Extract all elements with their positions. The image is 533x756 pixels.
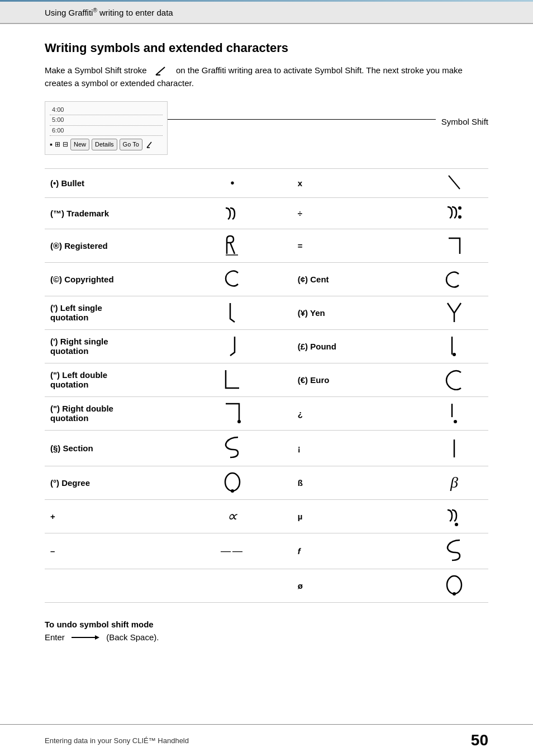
table-row: (') Left singlequotation (¥) Yen bbox=[45, 296, 488, 329]
top-bar-title: Using Graffiti® writing to enter data bbox=[45, 7, 173, 17]
row-label2: ß bbox=[292, 466, 420, 499]
device-mockup: 4:00 5:00 6:00 ▪ ⊞ ⊟ New Details Go To bbox=[45, 101, 168, 155]
row-label2: µ bbox=[292, 499, 420, 533]
page-content: Writing symbols and extended characters … bbox=[0, 24, 533, 665]
undo-arrow bbox=[72, 633, 99, 642]
svg-point-7 bbox=[453, 353, 456, 356]
row-sym2 bbox=[420, 499, 488, 533]
undo-text-enter: Enter bbox=[45, 632, 65, 642]
svg-point-6 bbox=[458, 215, 461, 219]
svg-point-8 bbox=[237, 420, 241, 423]
footer-text: Entering data in your Sony CLIÉ™ Handhel… bbox=[45, 736, 189, 745]
row-label1 bbox=[45, 569, 198, 602]
row-sym1 bbox=[198, 329, 266, 363]
row-sym2 bbox=[420, 329, 488, 363]
svg-point-5 bbox=[458, 206, 461, 210]
undo-text: Enter (Back Space). bbox=[45, 632, 488, 643]
row-sym2: β bbox=[420, 466, 488, 499]
top-bar-title-text: Using Graffiti bbox=[45, 8, 93, 17]
toolbar-goto-btn[interactable]: Go To bbox=[120, 139, 142, 151]
table-row: + ∝ µ bbox=[45, 499, 488, 533]
row-label2: x bbox=[292, 168, 420, 197]
row-label2: f bbox=[292, 533, 420, 569]
row-label1: (™) Trademark bbox=[45, 197, 198, 229]
section-title: Writing symbols and extended characters bbox=[45, 41, 488, 55]
row-label2: = bbox=[292, 229, 420, 262]
toolbar-dots: ▪ bbox=[50, 138, 53, 150]
toolbar-icon2: ⊟ bbox=[63, 139, 68, 150]
top-bar: Using Graffiti® writing to enter data bbox=[0, 2, 533, 24]
toolbar-new-btn[interactable]: New bbox=[70, 139, 89, 151]
row-label2: ¡ bbox=[292, 430, 420, 466]
row-sym2 bbox=[420, 168, 488, 197]
top-bar-subtitle: writing to enter data bbox=[97, 8, 173, 17]
row-sym1 bbox=[198, 396, 266, 430]
svg-marker-17 bbox=[95, 635, 99, 640]
row-sym1 bbox=[198, 466, 266, 499]
row-label1: + bbox=[45, 499, 198, 533]
row-label2: ¿ bbox=[292, 396, 420, 430]
toolbar-details-btn[interactable]: Details bbox=[92, 139, 117, 151]
svg-point-15 bbox=[453, 592, 456, 596]
row-sym2 bbox=[420, 430, 488, 466]
intro-text: Make a Symbol Shift stroke on the Graffi… bbox=[45, 64, 488, 90]
row-label2: (¢) Cent bbox=[292, 262, 420, 296]
row-sym2 bbox=[420, 262, 488, 296]
intro-text-part1: Make a Symbol Shift stroke bbox=[45, 65, 147, 75]
svg-point-14 bbox=[447, 576, 461, 594]
table-row: (") Right doublequotation ¿ bbox=[45, 396, 488, 430]
row-sym2 bbox=[420, 396, 488, 430]
row-label1: (©) Copyrighted bbox=[45, 262, 198, 296]
footer-page-number: 50 bbox=[471, 731, 488, 749]
row-sym2 bbox=[420, 363, 488, 396]
table-row: (') Right singlequotation (£) Pound bbox=[45, 329, 488, 363]
table-row: (") Left doublequotation (€) Euro bbox=[45, 363, 488, 396]
row-label1: (®) Registered bbox=[45, 229, 198, 262]
symbols-table: (•) Bullet • x (™) Trademark bbox=[45, 168, 488, 603]
row-sym2 bbox=[420, 569, 488, 602]
row-sym1: —— bbox=[198, 533, 266, 569]
svg-line-4 bbox=[449, 176, 460, 189]
time-line-3: 6:00 bbox=[50, 126, 163, 136]
row-label1: (•) Bullet bbox=[45, 168, 198, 197]
row-sym1 bbox=[198, 569, 266, 602]
table-row: – —— f bbox=[45, 533, 488, 569]
symbol-shift-label: Symbol Shift bbox=[436, 101, 488, 126]
row-label2: ÷ bbox=[292, 197, 420, 229]
row-sym1 bbox=[198, 262, 266, 296]
table-row: (§) Section ¡ bbox=[45, 430, 488, 466]
device-toolbar: ▪ ⊞ ⊟ New Details Go To bbox=[50, 138, 163, 150]
row-sym2 bbox=[420, 229, 488, 262]
table-row: ø bbox=[45, 569, 488, 602]
row-sym1 bbox=[198, 363, 266, 396]
undo-section: To undo symbol shift mode Enter (Back Sp… bbox=[45, 620, 488, 643]
svg-point-13 bbox=[455, 523, 458, 526]
svg-line-0 bbox=[156, 67, 165, 75]
table-row: (•) Bullet • x bbox=[45, 168, 488, 197]
svg-line-2 bbox=[147, 142, 151, 148]
row-sym2 bbox=[420, 197, 488, 229]
row-sym1: ∝ bbox=[198, 499, 266, 533]
top-bar-sup: ® bbox=[93, 7, 97, 13]
svg-point-12 bbox=[231, 489, 234, 493]
row-label1: – bbox=[45, 533, 198, 569]
row-label2: (£) Pound bbox=[292, 329, 420, 363]
page-footer: Entering data in your Sony CLIÉ™ Handhel… bbox=[0, 724, 533, 756]
row-label1: (') Right singlequotation bbox=[45, 329, 198, 363]
row-sym1 bbox=[198, 229, 266, 262]
row-label1: (§) Section bbox=[45, 430, 198, 466]
undo-title: To undo symbol shift mode bbox=[45, 620, 488, 629]
symbol-shift-icon bbox=[145, 141, 154, 149]
time-line-1: 4:00 bbox=[50, 105, 163, 116]
row-label1: (') Left singlequotation bbox=[45, 296, 198, 329]
table-row: (®) Registered = bbox=[45, 229, 488, 262]
symbol-shift-stroke-icon bbox=[153, 65, 170, 77]
svg-point-9 bbox=[454, 420, 457, 423]
toolbar-icon1: ⊞ bbox=[55, 139, 60, 150]
row-label2: (¥) Yen bbox=[292, 296, 420, 329]
row-sym1: • bbox=[198, 168, 266, 197]
table-row: (™) Trademark ÷ bbox=[45, 197, 488, 229]
svg-point-11 bbox=[225, 473, 240, 491]
row-label1: (°) Degree bbox=[45, 466, 198, 499]
row-sym2 bbox=[420, 296, 488, 329]
